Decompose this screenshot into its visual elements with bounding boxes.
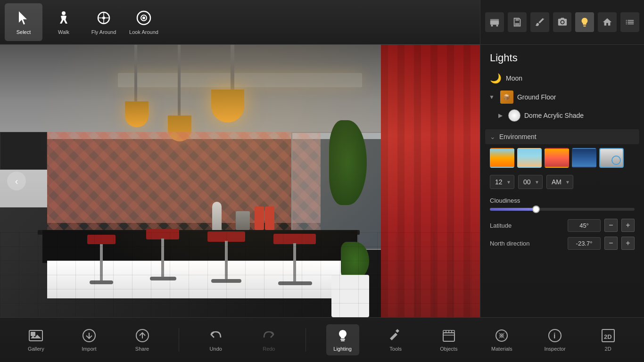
svg-rect-7 [491,25,493,27]
tool-walk[interactable]: Walk [45,3,83,41]
panel-tab-save[interactable] [508,12,527,32]
tool-select[interactable]: Select [5,3,42,41]
panel-tab-camera[interactable] [553,12,572,32]
time-controls: 12 010203 040506 070809 1011 00153045 AM… [485,173,639,195]
svg-point-2 [102,16,105,19]
lights-header: Lights [480,45,644,69]
light-item-moon[interactable]: 🌙 Moon [485,69,639,88]
objects-label: Objects [440,346,457,352]
undo-button[interactable]: Undo [199,324,232,355]
tool-fly-around[interactable]: Fly Around [85,3,123,41]
inspector-label: Inspector [544,346,565,352]
svg-rect-10 [515,18,519,21]
north-direction-label: North direction [490,240,530,247]
panel-tabs [480,0,644,45]
panel-tab-home[interactable] [598,12,617,32]
nav-prev-arrow[interactable]: ‹ [7,172,26,190]
dome-icon [508,109,520,122]
environment-label: Environment [499,133,537,140]
svg-rect-18 [443,333,454,341]
tools-label: Tools [389,346,402,352]
sky-presets [485,148,639,173]
moon-label: Moon [506,74,522,82]
cloudiness-slider[interactable] [490,208,635,211]
environment-header[interactable]: ⌄ Environment [485,129,639,144]
viewport[interactable]: ‹ [0,45,480,317]
right-panel: Lights 🌙 Moon ▼ 📦 Ground Floor ▶ Dome Ac… [480,0,644,317]
sky-preset-5[interactable] [599,148,624,168]
light-tree: 🌙 Moon ▼ 📦 Ground Floor ▶ Dome Acrylic S… [480,69,644,124]
tool-fly-around-label: Fly Around [91,29,116,35]
gallery-button[interactable]: Gallery [19,324,52,355]
latitude-row: Latitude 45° − + [485,216,639,234]
sky-preset-4[interactable] [572,148,596,168]
svg-rect-17 [341,340,345,341]
sky-preset-3[interactable] [545,148,569,168]
share-label: Share [135,346,149,352]
svg-rect-9 [490,19,499,21]
redo-button[interactable]: Redo [252,324,285,355]
svg-point-21 [499,333,504,338]
tool-walk-label: Walk [58,29,69,35]
latitude-increase-button[interactable]: + [621,219,635,232]
lighting-label: Lighting [333,346,352,352]
panel-tab-furniture[interactable] [485,12,504,32]
bottom-toolbar: Gallery Import Share Undo Redo [0,317,644,362]
tool-select-label: Select [17,29,31,35]
2d-label: 2D [605,346,611,352]
import-label: Import [82,346,96,352]
panel-tab-paint[interactable] [530,12,549,32]
undo-label: Undo [210,346,222,352]
toolbar-divider-2 [305,328,306,352]
period-select-wrap[interactable]: AMPM [546,175,573,189]
2d-button[interactable]: 2D 2D [592,324,625,355]
svg-rect-13 [31,332,35,336]
sky-preset-1[interactable] [490,148,514,168]
dome-expand-icon: ▶ [498,112,503,119]
ground-floor-collapse-icon: ▼ [489,94,495,100]
environment-chevron-icon: ⌄ [490,133,495,140]
sky-preset-2[interactable] [517,148,542,168]
share-button[interactable]: Share [126,324,159,355]
cloudiness-handle[interactable] [532,206,540,213]
tool-look-around-label: Look Around [129,29,158,35]
svg-text:i: i [553,332,555,340]
light-sub-dome: ▶ Dome Acrylic Shade [485,107,639,124]
hour-select[interactable]: 12 010203 040506 070809 1011 [490,175,514,189]
north-direction-decrease-button[interactable]: − [604,237,618,250]
lighting-button[interactable]: Lighting [326,324,359,355]
north-direction-value: -23.7° [568,237,601,250]
panel-tab-list[interactable] [620,12,639,32]
tool-look-around[interactable]: Look Around [125,3,163,41]
moon-icon: 🌙 [489,72,502,85]
ground-floor-label: Ground Floor [517,93,556,101]
hour-select-wrap[interactable]: 12 010203 040506 070809 1011 [490,175,514,189]
import-button[interactable]: Import [73,324,106,355]
objects-button[interactable]: Objects [432,324,465,355]
north-direction-row: North direction -23.7° − + [485,234,639,252]
minute-select-wrap[interactable]: 00153045 [518,175,543,189]
cloudiness-fill [490,208,536,211]
dome-label: Dome Acrylic Shade [524,112,584,119]
tools-button[interactable]: Tools [379,324,412,355]
gallery-label: Gallery [28,346,44,352]
panel-tab-light[interactable] [575,12,594,32]
light-item-dome[interactable]: ▶ Dome Acrylic Shade [495,107,639,124]
svg-point-5 [142,16,145,19]
latitude-decrease-button[interactable]: − [604,219,618,232]
svg-point-0 [62,11,66,15]
toolbar-divider-1 [179,328,179,352]
materials-label: Materials [491,346,512,352]
north-direction-increase-button[interactable]: + [621,237,635,250]
svg-rect-11 [515,23,519,26]
latitude-label: Latitude [490,222,512,229]
redo-label: Redo [263,346,275,352]
period-select[interactable]: AMPM [547,175,573,189]
svg-text:2D: 2D [604,333,612,340]
minute-select[interactable]: 00153045 [519,175,542,189]
inspector-button[interactable]: i Inspector [538,324,571,355]
materials-button[interactable]: Materials [485,324,518,355]
top-toolbar: Select Walk Fly Around Look Around [0,0,480,45]
light-item-ground-floor[interactable]: ▼ 📦 Ground Floor [485,88,639,107]
svg-rect-6 [490,20,499,25]
